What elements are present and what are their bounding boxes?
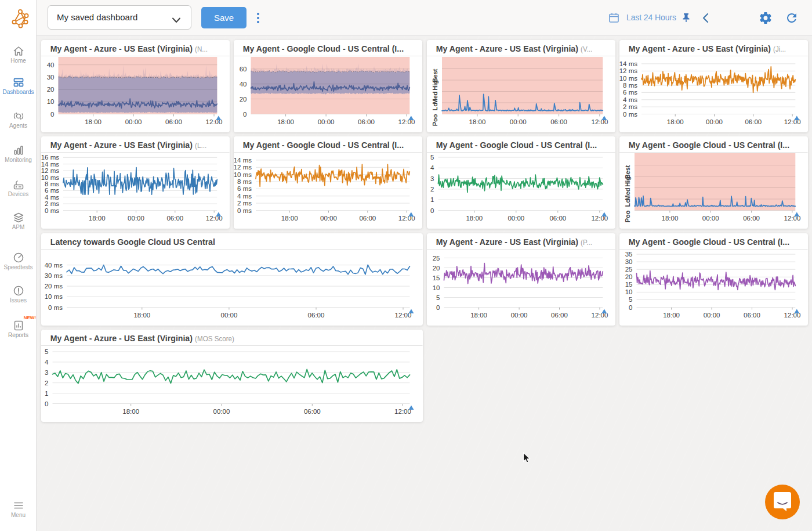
svg-text:40 ms: 40 ms [45,261,63,268]
svg-text:06:00: 06:00 [744,312,760,319]
svg-text:0 ms: 0 ms [48,304,63,310]
svg-text:10: 10 [432,284,440,291]
svg-text:18:00: 18:00 [661,215,678,222]
svg-text:3: 3 [430,175,434,182]
svg-text:20: 20 [47,86,55,93]
svg-text:20: 20 [625,273,633,280]
svg-text:8 ms: 8 ms [237,178,252,185]
svg-text:30: 30 [47,74,55,81]
svg-text:2 ms: 2 ms [45,200,59,207]
svg-text:60: 60 [240,66,247,73]
svg-text:30: 30 [625,258,633,265]
svg-text:00:00: 00:00 [507,215,524,222]
svg-text:00:00: 00:00 [704,312,720,319]
svg-text:2 ms: 2 ms [623,103,637,110]
svg-text:00:00: 00:00 [213,408,230,415]
svg-text:Best: Best [624,165,631,179]
svg-text:8 ms: 8 ms [623,82,637,89]
svg-text:2: 2 [45,380,48,386]
svg-text:Best: Best [432,68,438,82]
svg-text:00:00: 00:00 [706,118,723,125]
svg-text:0: 0 [45,400,48,407]
svg-text:00:00: 00:00 [128,215,144,222]
svg-text:06:00: 06:00 [745,118,762,125]
svg-text:18:00: 18:00 [122,408,139,415]
svg-text:14 ms: 14 ms [619,60,637,67]
svg-text:06:00: 06:00 [360,215,376,222]
svg-text:10 ms: 10 ms [234,171,252,178]
svg-text:00:00: 00:00 [509,118,526,125]
svg-text:35: 35 [625,251,633,258]
svg-text:06:00: 06:00 [166,215,183,222]
svg-text:18:00: 18:00 [466,215,483,222]
svg-text:14 ms: 14 ms [234,157,252,164]
svg-text:06:00: 06:00 [743,215,760,222]
svg-text:18:00: 18:00 [663,312,680,319]
svg-text:40: 40 [47,62,55,68]
svg-text:18:00: 18:00 [667,118,684,125]
svg-text:5: 5 [629,296,632,303]
svg-text:4 ms: 4 ms [623,96,637,103]
svg-text:20: 20 [240,96,247,103]
svg-text:0: 0 [629,304,632,310]
svg-text:00:00: 00:00 [125,118,142,125]
svg-text:4: 4 [45,359,49,366]
svg-text:4: 4 [430,165,434,172]
svg-text:1: 1 [430,196,434,203]
svg-text:00:00: 00:00 [702,215,719,222]
svg-text:0: 0 [430,207,434,214]
svg-text:25: 25 [432,254,440,261]
svg-text:0: 0 [436,304,440,310]
svg-text:5: 5 [436,294,440,301]
svg-text:18:00: 18:00 [89,215,106,222]
svg-text:06:00: 06:00 [551,312,568,319]
svg-text:06:00: 06:00 [550,118,567,125]
svg-text:12 ms: 12 ms [41,167,59,174]
svg-text:18:00: 18:00 [278,118,295,125]
svg-text:06:00: 06:00 [549,215,566,222]
svg-text:06:00: 06:00 [165,118,182,125]
svg-text:6 ms: 6 ms [623,89,637,96]
svg-text:10 ms: 10 ms [41,174,59,181]
svg-text:00:00: 00:00 [318,118,335,125]
svg-text:06:00: 06:00 [308,312,325,319]
svg-text:14 ms: 14 ms [41,161,59,168]
svg-text:30 ms: 30 ms [45,272,63,279]
svg-text:18:00: 18:00 [469,118,485,125]
svg-text:Poo: Poo [624,211,631,223]
svg-text:25: 25 [625,266,633,273]
svg-text:00:00: 00:00 [510,312,527,319]
svg-text:18:00: 18:00 [470,312,487,319]
svg-text:1: 1 [45,389,48,396]
svg-text:0 ms: 0 ms [45,207,59,214]
svg-text:6 ms: 6 ms [237,186,252,193]
svg-text:00:00: 00:00 [320,215,337,222]
svg-text:12 ms: 12 ms [619,67,637,74]
svg-text:10: 10 [625,288,633,295]
svg-text:15: 15 [432,274,440,281]
svg-text:18:00: 18:00 [85,118,102,125]
svg-text:4 ms: 4 ms [45,194,59,201]
svg-text:3: 3 [45,369,48,376]
svg-text:18:00: 18:00 [133,312,150,319]
svg-text:5: 5 [45,348,48,355]
svg-text:8 ms: 8 ms [45,180,59,187]
svg-text:12:00: 12:00 [394,408,411,415]
svg-text:40: 40 [240,81,247,88]
svg-text:6 ms: 6 ms [45,187,59,194]
svg-text:0 ms: 0 ms [237,207,252,214]
svg-text:20 ms: 20 ms [45,283,63,290]
svg-text:15: 15 [625,281,633,288]
svg-text:12:00: 12:00 [395,312,412,319]
svg-text:4 ms: 4 ms [237,193,252,200]
svg-text:06:00: 06:00 [358,118,375,125]
svg-text:16 ms: 16 ms [41,154,59,161]
svg-text:2: 2 [430,186,434,193]
svg-text:Poo: Poo [432,114,438,126]
svg-text:20: 20 [432,264,440,271]
svg-text:10 ms: 10 ms [45,293,63,300]
svg-text:12 ms: 12 ms [234,164,252,171]
svg-text:18:00: 18:00 [281,215,298,222]
svg-text:10 ms: 10 ms [619,75,637,82]
svg-text:00:00: 00:00 [221,312,238,319]
